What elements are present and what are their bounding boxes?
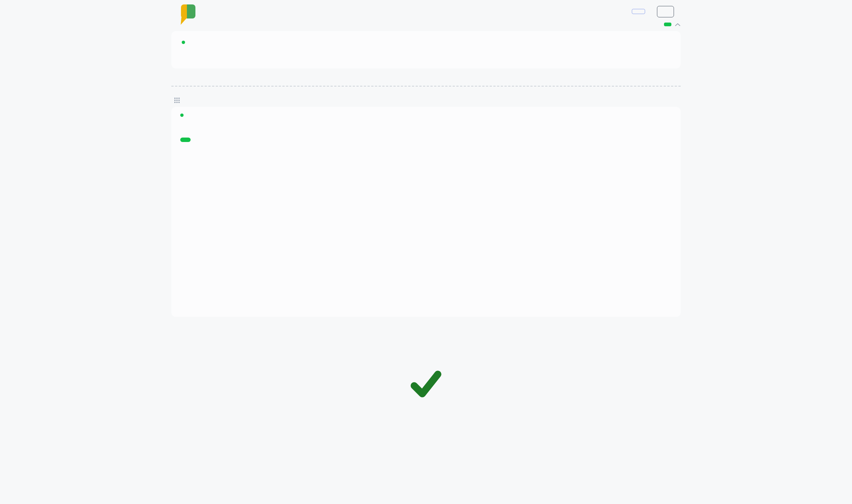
subscribe-button[interactable] bbox=[632, 9, 645, 14]
component-row bbox=[180, 114, 672, 117]
success-check-icon bbox=[409, 369, 443, 400]
no-incidents-section bbox=[171, 369, 681, 400]
brand-bubble-icon bbox=[181, 4, 195, 18]
theme-toggle-button[interactable] bbox=[657, 6, 674, 17]
check-icon bbox=[187, 4, 195, 18]
status-badge[interactable] bbox=[664, 23, 671, 26]
uptime-bars bbox=[182, 50, 670, 58]
response-area-chart bbox=[180, 214, 672, 251]
component-info bbox=[182, 41, 189, 44]
brand-logo bbox=[181, 4, 201, 18]
dashed-divider bbox=[171, 86, 681, 87]
today-hour-blocks bbox=[180, 258, 672, 277]
bubble-tail bbox=[181, 17, 187, 25]
top-nav bbox=[608, 6, 674, 17]
exclaim-icon bbox=[181, 4, 187, 18]
api-card bbox=[171, 31, 681, 68]
grid-icon bbox=[174, 98, 180, 103]
chevron-up-icon[interactable] bbox=[675, 23, 681, 26]
status-dot-icon bbox=[182, 41, 185, 44]
page bbox=[171, 0, 681, 400]
last-90-days-bars bbox=[178, 292, 674, 305]
chart1-y-axis bbox=[180, 158, 197, 199]
operational-pill bbox=[180, 138, 191, 142]
chart1-plot bbox=[197, 158, 672, 199]
component-row bbox=[182, 41, 670, 44]
status-line bbox=[171, 19, 681, 29]
response-minute-chart bbox=[180, 158, 672, 199]
hsp-website-card bbox=[171, 107, 681, 317]
status-dot-icon bbox=[180, 114, 184, 117]
topbar bbox=[171, 0, 681, 19]
component-info bbox=[180, 114, 188, 117]
other-components-header bbox=[171, 98, 681, 103]
overall-status bbox=[664, 23, 681, 26]
